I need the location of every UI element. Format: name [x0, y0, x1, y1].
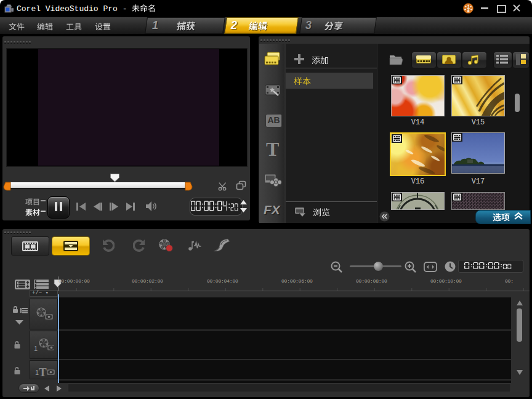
svg-text:1: 1 [34, 345, 38, 352]
svg-text:T: T [39, 366, 47, 378]
